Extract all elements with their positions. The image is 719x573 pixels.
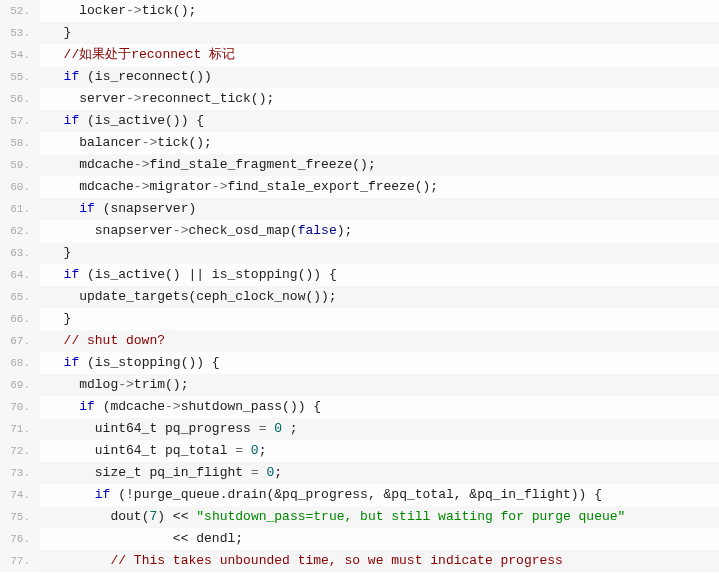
code-content: uint64_t pq_total = 0; bbox=[40, 440, 719, 462]
code-content: dout(7) << "shutdown_pass=true, but stil… bbox=[40, 506, 719, 528]
line-number: 61. bbox=[0, 198, 40, 220]
token-ident: snapserver bbox=[110, 201, 188, 216]
token-punct: , & bbox=[454, 487, 477, 502]
token-operator: = bbox=[235, 443, 251, 458]
code-content: if (is_stopping()) { bbox=[40, 352, 719, 374]
code-content: // This takes unbounded time, so we must… bbox=[40, 550, 719, 572]
code-line: 55. if (is_reconnect()) bbox=[0, 66, 719, 88]
token-punct: ( bbox=[290, 223, 298, 238]
code-line: 76. << dendl; bbox=[0, 528, 719, 550]
token-punct: ()) { bbox=[298, 267, 337, 282]
token-operator: = bbox=[251, 465, 267, 480]
token-ident: trim bbox=[134, 377, 165, 392]
code-content: locker->tick(); bbox=[40, 0, 719, 22]
token-punct: (); bbox=[165, 377, 188, 392]
code-content: << dendl; bbox=[40, 528, 719, 550]
code-line: 68. if (is_stopping()) { bbox=[0, 352, 719, 374]
code-content: if (snapserver) bbox=[40, 198, 719, 220]
token-ident: dendl bbox=[196, 531, 235, 546]
token-ident: uint64_t pq_progress bbox=[95, 421, 259, 436]
token-ident: reconnect_tick bbox=[142, 91, 251, 106]
token-ident: update_targets bbox=[79, 289, 188, 304]
code-line: 75. dout(7) << "shutdown_pass=true, but … bbox=[0, 506, 719, 528]
code-content: } bbox=[40, 22, 719, 44]
token-ident: is_active bbox=[95, 267, 165, 282]
token-ident: purge_queue bbox=[134, 487, 220, 502]
line-number: 66. bbox=[0, 308, 40, 330]
code-content: // shut down? bbox=[40, 330, 719, 352]
token-ident: snapserver bbox=[95, 223, 173, 238]
token-operator: -> bbox=[142, 135, 158, 150]
token-punct: ) bbox=[188, 201, 196, 216]
token-punct: (); bbox=[173, 3, 196, 18]
token-punct: (); bbox=[352, 157, 375, 172]
line-number: 68. bbox=[0, 352, 40, 374]
line-number: 56. bbox=[0, 88, 40, 110]
code-line: 53. } bbox=[0, 22, 719, 44]
token-ident: is_active bbox=[95, 113, 165, 128]
line-number: 72. bbox=[0, 440, 40, 462]
token-ident: mdcache bbox=[79, 179, 134, 194]
code-line: 54. //如果处于reconnect 标记 bbox=[0, 44, 719, 66]
code-line: 73. size_t pq_in_flight = 0; bbox=[0, 462, 719, 484]
code-content: } bbox=[40, 308, 719, 330]
token-ident: check_osd_map bbox=[188, 223, 289, 238]
token-punct: ()) { bbox=[282, 399, 321, 414]
token-ident: is_stopping bbox=[95, 355, 181, 370]
code-line: 59. mdcache->find_stale_fragment_freeze(… bbox=[0, 154, 719, 176]
token-punct: ( bbox=[79, 113, 95, 128]
token-ident: balancer bbox=[79, 135, 141, 150]
token-ident: pq_in_flight bbox=[477, 487, 571, 502]
code-content: balancer->tick(); bbox=[40, 132, 719, 154]
code-line: 57. if (is_active()) { bbox=[0, 110, 719, 132]
token-ident: server bbox=[79, 91, 126, 106]
token-operator: -> bbox=[212, 179, 228, 194]
token-punct: ( bbox=[95, 201, 111, 216]
token-punct: , & bbox=[368, 487, 391, 502]
token-punct: ; bbox=[282, 421, 298, 436]
token-ident: mdlog bbox=[79, 377, 118, 392]
token-ident: size_t pq_in_flight bbox=[95, 465, 251, 480]
token-punct: ( bbox=[95, 399, 111, 414]
line-number: 57. bbox=[0, 110, 40, 132]
code-content: update_targets(ceph_clock_now()); bbox=[40, 286, 719, 308]
token-ident: tick bbox=[142, 3, 173, 18]
token-punct: ()) bbox=[188, 69, 211, 84]
code-content: mdlog->trim(); bbox=[40, 374, 719, 396]
token-number: 0 bbox=[274, 421, 282, 436]
line-number: 65. bbox=[0, 286, 40, 308]
token-operator: -> bbox=[165, 399, 181, 414]
token-keyword: if bbox=[79, 201, 95, 216]
code-line: 58. balancer->tick(); bbox=[0, 132, 719, 154]
line-number: 76. bbox=[0, 528, 40, 550]
code-line: 61. if (snapserver) bbox=[0, 198, 719, 220]
token-operator: = bbox=[259, 421, 275, 436]
code-content: size_t pq_in_flight = 0; bbox=[40, 462, 719, 484]
token-comment: //如果处于reconnect 标记 bbox=[64, 47, 236, 62]
token-punct: << bbox=[173, 531, 196, 546]
line-number: 52. bbox=[0, 0, 40, 22]
token-punct: ()) { bbox=[165, 113, 204, 128]
token-punct: (& bbox=[266, 487, 282, 502]
token-punct: ; bbox=[235, 531, 243, 546]
token-punct: (! bbox=[110, 487, 133, 502]
code-line: 74. if (!purge_queue.drain(&pq_progress,… bbox=[0, 484, 719, 506]
code-line: 60. mdcache->migrator->find_stale_export… bbox=[0, 176, 719, 198]
line-number: 73. bbox=[0, 462, 40, 484]
code-line: 77. // This takes unbounded time, so we … bbox=[0, 550, 719, 572]
token-keyword: if bbox=[79, 399, 95, 414]
token-ident: shutdown_pass bbox=[181, 399, 282, 414]
code-content: //如果处于reconnect 标记 bbox=[40, 44, 719, 66]
line-number: 55. bbox=[0, 66, 40, 88]
token-ident: locker bbox=[79, 3, 126, 18]
code-line: 66. } bbox=[0, 308, 719, 330]
line-number: 62. bbox=[0, 220, 40, 242]
line-number: 60. bbox=[0, 176, 40, 198]
code-content: mdcache->find_stale_fragment_freeze(); bbox=[40, 154, 719, 176]
token-ident: ceph_clock_now bbox=[196, 289, 305, 304]
token-ident: uint64_t pq_total bbox=[95, 443, 235, 458]
token-punct: ()) { bbox=[181, 355, 220, 370]
code-line: 65. update_targets(ceph_clock_now()); bbox=[0, 286, 719, 308]
token-ident: pq_progress bbox=[282, 487, 368, 502]
token-operator: -> bbox=[134, 179, 150, 194]
